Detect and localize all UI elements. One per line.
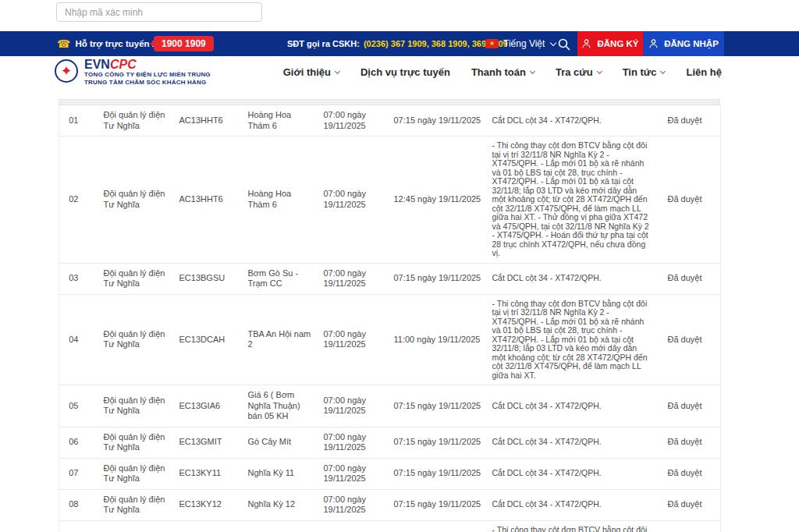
- nav-item-lien-he[interactable]: Liên hệ: [686, 66, 722, 78]
- row-start-time: 07:00 ngày 19/11/2025: [321, 427, 392, 458]
- site-header: ✦ EVNCPC TỔNG CÔNG TY ĐIỆN LỰC MIỀN TRUN…: [0, 56, 799, 87]
- nav-label: Tra cứu: [556, 66, 593, 78]
- row-status: Đã duyệt: [660, 137, 721, 264]
- row-status: Đã duyệt: [660, 427, 721, 458]
- row-index: 08: [59, 489, 94, 520]
- row-area: Nghĩa Kỳ 12: [246, 489, 321, 520]
- phone-icon: ☎: [57, 38, 70, 49]
- row-status: Đã duyệt: [660, 294, 721, 385]
- row-unit: Đội quản lý điện Tư Nghĩa: [94, 458, 177, 489]
- row-start-time: 07:00 ngày 19/11/2025: [321, 105, 392, 137]
- hotline-badge[interactable]: 1900 1909: [154, 36, 214, 51]
- row-unit: Đội quản lý điện Tư Nghĩa: [94, 105, 177, 137]
- nav-label: Thanh toán: [471, 66, 526, 78]
- verify-code-input[interactable]: [56, 2, 262, 22]
- nav-item-tin-tuc[interactable]: Tin tức: [623, 66, 666, 78]
- row-reason: Cắt DCL cột 34 - XT472/QPH.: [492, 263, 660, 294]
- row-index: 04: [59, 294, 94, 385]
- captcha-bar: [0, 0, 799, 31]
- nav-item-tra-cuu[interactable]: Tra cứu: [556, 66, 602, 78]
- row-index: 05: [59, 385, 94, 427]
- row-reason: Cắt DCL cột 34 - XT472/QPH.: [492, 489, 660, 520]
- row-index: 01: [59, 105, 94, 137]
- row-status: Đã duyệt: [660, 489, 721, 520]
- chevron-down-icon: [597, 69, 602, 74]
- logo-star-icon: ✦: [60, 64, 72, 78]
- flag-star-icon: ★: [489, 41, 495, 47]
- row-reason: Cắt DCL cột 34 - XT472/QPH.: [492, 385, 660, 427]
- row-unit: [94, 520, 177, 532]
- login-label: ĐĂNG NHẬP: [664, 39, 719, 48]
- row-status: Đã duyệt: [660, 520, 721, 532]
- nav-label: Dịch vụ trực tuyến: [360, 66, 450, 78]
- outage-table-body: 01 Đội quản lý điện Tư Nghĩa AC13HHT6 Ho…: [59, 105, 721, 532]
- row-status: Đã duyệt: [660, 458, 721, 489]
- row-index: 03: [59, 263, 94, 294]
- row-station-code: EC13GIA6: [177, 385, 246, 427]
- row-reason: - Thi công thay cột đơn BTCV bằng cột đô…: [492, 137, 660, 264]
- row-station-code: EC13GMIT: [177, 427, 246, 458]
- row-reason: Cắt DCL cột 34 - XT472/QPH.: [492, 105, 660, 137]
- table-row: 03 Đội quản lý điện Tư Nghĩa EC13BGSU Bơ…: [59, 263, 721, 294]
- table-row: 06 Đội quản lý điện Tư Nghĩa EC13GMIT Gò…: [59, 427, 721, 458]
- brand-logo[interactable]: ✦ EVNCPC TỔNG CÔNG TY ĐIỆN LỰC MIỀN TRUN…: [55, 58, 211, 87]
- outage-table: 01 Đội quản lý điện Tư Nghĩa AC13HHT6 Ho…: [59, 105, 721, 532]
- row-end-time: 07:15 ngày 19/11/2025: [392, 427, 492, 458]
- table-row: 01 Đội quản lý điện Tư Nghĩa AC13HHT6 Ho…: [59, 105, 721, 137]
- nav-item-thanh-toan[interactable]: Thanh toán: [471, 66, 534, 78]
- row-status: Đã duyệt: [660, 105, 721, 137]
- row-index: 07: [59, 458, 94, 489]
- login-button[interactable]: ĐĂNG NHẬP: [643, 31, 724, 56]
- row-station-code: AC13HHT6: [177, 105, 246, 137]
- brand-line1: TỔNG CÔNG TY ĐIỆN LỰC MIỀN TRUNG: [84, 71, 211, 79]
- row-area: Nghĩa Kỳ 11: [246, 458, 321, 489]
- table-row: 08 Đội quản lý điện Tư Nghĩa EC13KY12 Ng…: [59, 489, 721, 520]
- row-status: Đã duyệt: [660, 263, 721, 294]
- row-area: Bơm Gò Su - Trạm CC: [246, 263, 321, 294]
- table-top-strip: [59, 99, 720, 105]
- row-end-time: 07:15 ngày 19/11/2025: [392, 489, 492, 520]
- cskh-group: SĐT gọi ra CSKH: (0236) 367 1909, 368 19…: [287, 31, 508, 56]
- language-selector[interactable]: Tiếng Việt: [503, 31, 556, 56]
- evn-logo-icon: ✦: [55, 59, 78, 83]
- row-area: Gò Cây Mít: [246, 427, 321, 458]
- row-start-time: 07:00 ngày 19/11/2025: [321, 263, 392, 294]
- row-unit: Đội quản lý điện Tư Nghĩa: [94, 263, 177, 294]
- row-start-time: 07:00 ngày 19/11/2025: [321, 489, 392, 520]
- row-index: 02: [59, 137, 94, 264]
- row-unit: Đội quản lý điện Tư Nghĩa: [94, 489, 177, 520]
- row-end-time: 12:45 ngày 19/11/2025: [392, 137, 492, 264]
- register-button[interactable]: ĐĂNG KÝ: [577, 31, 643, 56]
- chevron-down-icon: [530, 69, 535, 74]
- row-reason: Cắt DCL cột 34 - XT472/QPH.: [492, 427, 660, 458]
- row-index: 06: [59, 427, 94, 458]
- chevron-down-icon: [550, 39, 556, 45]
- row-area: [246, 520, 321, 532]
- row-start-time: 07:00 ngày 19/11/2025: [321, 137, 392, 264]
- row-station-code: [177, 520, 246, 532]
- row-start-time: 07:00 ngày 19/11/2025: [321, 458, 392, 489]
- row-end-time: [392, 520, 492, 532]
- nav-item-gioi-thieu[interactable]: Giới thiệu: [283, 66, 339, 78]
- row-station-code: EC13KY12: [177, 489, 246, 520]
- row-end-time: 07:15 ngày 19/11/2025: [392, 263, 492, 294]
- table-row: 07 Đội quản lý điện Tư Nghĩa EC13KY11 Ng…: [59, 458, 721, 489]
- row-reason: Cắt DCL cột 34 - XT472/QPH.: [492, 458, 660, 489]
- row-area: Hoàng Hoa Thám 6: [246, 137, 321, 264]
- row-index: [59, 520, 94, 532]
- row-unit: Đội quản lý điện Tư Nghĩa: [94, 427, 177, 458]
- row-station-code: EC13BGSU: [177, 263, 246, 294]
- main-nav: Giới thiệu Dịch vụ trực tuyến Thanh toán…: [283, 56, 722, 87]
- cskh-label: SĐT gọi ra CSKH:: [287, 39, 360, 48]
- outage-table-area: 01 Đội quản lý điện Tư Nghĩa AC13HHT6 Ho…: [59, 99, 720, 532]
- language-label: Tiếng Việt: [503, 38, 545, 49]
- row-end-time: 07:15 ngày 19/11/2025: [392, 105, 492, 137]
- brand-cpc: CPC: [110, 58, 137, 71]
- row-start-time: 07:00 ngày 19/11/2025: [321, 294, 392, 385]
- row-reason: - Thi công thay cột đơn BTCV bằng cột đô…: [492, 520, 660, 532]
- nav-item-dich-vu-truc-tuyen[interactable]: Dịch vụ trực tuyến: [360, 66, 450, 78]
- search-icon[interactable]: [557, 37, 571, 51]
- row-start-time: 07:00 ngày 19/11/2025: [321, 385, 392, 427]
- row-end-time: 07:15 ngày 19/11/2025: [392, 458, 492, 489]
- row-end-time: 07:15 ngày 19/11/2025: [392, 385, 492, 427]
